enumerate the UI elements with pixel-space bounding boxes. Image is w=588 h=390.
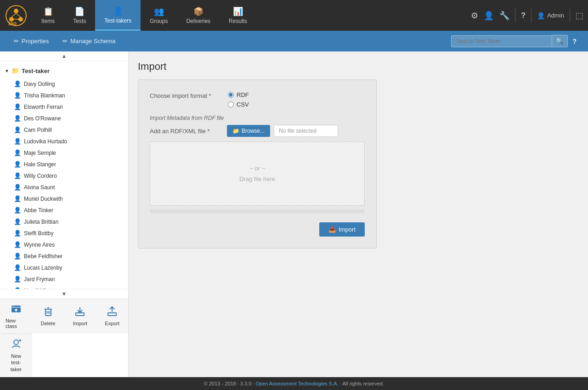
settings-icon[interactable]: ⚙: [471, 11, 478, 21]
delete-button[interactable]: Delete: [32, 299, 64, 333]
format-row: Choose import format * RDF CSV: [150, 91, 365, 108]
drag-area[interactable]: ~ or ~ Drag file here: [150, 141, 365, 206]
rdf-option[interactable]: RDF: [228, 91, 249, 98]
svg-point-1: [14, 9, 18, 13]
nav-divider2: [531, 9, 531, 23]
person-icon: 👤: [14, 264, 21, 271]
sidebar: ▲ ▼ 📁 Test-taker 👤Davy Dolling👤Trisha Bl…: [0, 51, 129, 377]
list-item[interactable]: 👤Julieta Brittian: [0, 216, 128, 227]
csv-option[interactable]: CSV: [228, 101, 249, 108]
tools-icon[interactable]: 🔧: [499, 11, 509, 21]
person-icon: 👤: [14, 230, 21, 237]
import-icon: [75, 306, 85, 319]
list-item[interactable]: 👤Wynne Aires: [0, 239, 128, 250]
file-label: Add an RDF/XML file *: [150, 128, 223, 135]
list-item[interactable]: 👤Hale Stanger: [0, 158, 128, 170]
main-layout: ▲ ▼ 📁 Test-taker 👤Davy Dolling👤Trisha Bl…: [0, 51, 588, 377]
list-item[interactable]: 👤Lucais Lazenby: [0, 262, 128, 273]
person-icon: 👤: [14, 207, 21, 214]
new-class-button[interactable]: New class: [0, 299, 32, 333]
list-item[interactable]: 👤Jard Fryman: [0, 273, 128, 285]
new-test-taker-icon: [11, 339, 21, 351]
person-icon: 👤: [14, 115, 21, 122]
export-button[interactable]: Export: [96, 299, 128, 333]
import-button[interactable]: Import: [64, 299, 96, 333]
pencil-icon-schema: ✏: [62, 38, 68, 45]
nav-item-items[interactable]: 📋 Items: [32, 0, 64, 31]
browse-button[interactable]: 📁 Browse...: [227, 125, 270, 137]
nav-item-results[interactable]: 📊 Results: [220, 0, 256, 31]
top-nav: tao 📋 Items 📄 Tests 👤 Test-takers 👥 Grou…: [0, 0, 588, 31]
content: Import Choose import format * RDF CSV: [129, 51, 588, 377]
help-secondary-icon[interactable]: ?: [568, 35, 581, 47]
format-label: Choose import format *: [150, 91, 228, 99]
list-item[interactable]: 👤Trisha Blankman: [0, 90, 128, 101]
delete-icon: [43, 306, 53, 319]
export-icon: [107, 306, 117, 319]
person-icon: 👤: [14, 92, 21, 99]
svg-text:tao: tao: [8, 20, 17, 27]
list-item[interactable]: 👤Steffi Bottby: [0, 227, 128, 239]
list-item[interactable]: 👤Bebe Feldfisher: [0, 250, 128, 262]
svg-line-4: [11, 13, 16, 17]
person-icon: 👤: [14, 184, 21, 191]
nav-item-test-takers[interactable]: 👤 Test-takers: [95, 0, 141, 31]
collapse-icon: ▼: [5, 68, 9, 73]
nav-right: ⚙ 👤 🔧 ? 👤 Admin ⬚: [471, 9, 583, 23]
import-action-button[interactable]: 📥 Import: [319, 222, 365, 237]
format-options: RDF CSV: [228, 91, 249, 108]
nav-item-groups[interactable]: 👥 Groups: [141, 0, 177, 31]
user-label[interactable]: 👤 Admin: [537, 12, 564, 19]
progress-bar-container: [150, 209, 365, 213]
browse-icon: 📁: [232, 128, 239, 134]
list-item[interactable]: 👤Cam Polhill: [0, 124, 128, 136]
new-test-taker-button[interactable]: New test-taker: [0, 333, 32, 377]
search-button[interactable]: 🔍: [552, 35, 568, 47]
list-item[interactable]: 👤Elsworth Ferrari: [0, 101, 128, 113]
list-item[interactable]: 👤Maje Semple: [0, 147, 128, 158]
person-icon: 👤: [14, 218, 21, 225]
scroll-up-button[interactable]: ▲: [0, 51, 128, 61]
list-item[interactable]: 👤Davy Dolling: [0, 78, 128, 90]
list-item[interactable]: 👤Abbe Tinker: [0, 204, 128, 216]
person-icon: 👤: [14, 138, 21, 145]
footer: © 2013 - 2018 · 3.3.0 · Open Assessment …: [0, 377, 588, 390]
or-text: ~ or ~: [249, 165, 265, 172]
drag-text: Drag file here: [239, 175, 275, 182]
list-item[interactable]: 👤Alvina Saunt: [0, 181, 128, 193]
logout-icon[interactable]: ⬚: [576, 11, 583, 21]
person-icon: 👤: [14, 80, 21, 87]
list-item[interactable]: 👤Des O'Rowane: [0, 113, 128, 124]
nav-divider3: [570, 9, 570, 23]
page-title: Import: [138, 61, 579, 73]
sidebar-buttons: New class Delete Import Export: [0, 299, 128, 333]
person-icon: 👤: [14, 172, 21, 179]
help-icon[interactable]: ?: [521, 11, 526, 20]
svg-rect-19: [108, 313, 116, 316]
nav-divider: [515, 9, 515, 23]
nav-item-deliveries[interactable]: 📦 Deliveries: [177, 0, 220, 31]
users-icon[interactable]: 👤: [484, 11, 494, 21]
footer-link[interactable]: Open Assessment Technologies S.A.: [255, 381, 339, 386]
person-icon: 👤: [14, 161, 21, 168]
person-icon: 👤: [14, 253, 21, 260]
person-icon: 👤: [14, 276, 21, 283]
list-item[interactable]: 👤Ludovika Hurtado: [0, 136, 128, 147]
logo[interactable]: tao: [5, 4, 28, 27]
search-input[interactable]: [451, 35, 552, 47]
nav-item-tests[interactable]: 📄 Tests: [64, 0, 95, 31]
list-item[interactable]: 👤Muriel Duckwith: [0, 193, 128, 204]
list-item[interactable]: 👤Hamil Lillecrap: [0, 285, 128, 289]
rdf-radio[interactable]: [228, 92, 234, 98]
list-item[interactable]: 👤Willy Cordero: [0, 170, 128, 181]
svg-line-5: [16, 13, 21, 17]
new-class-icon: [11, 304, 21, 316]
tree-root[interactable]: ▼ 📁 Test-taker: [0, 63, 128, 78]
sidebar-items: 👤Davy Dolling👤Trisha Blankman👤Elsworth F…: [0, 78, 128, 289]
pencil-icon-properties: ✏: [14, 38, 19, 45]
sidebar-tree: ▼ 📁 Test-taker 👤Davy Dolling👤Trisha Blan…: [0, 61, 128, 289]
csv-radio[interactable]: [228, 102, 234, 107]
tab-properties[interactable]: ✏ Properties: [7, 31, 56, 51]
tab-manage-schema[interactable]: ✏ Manage Schema: [56, 31, 122, 51]
scroll-down-button[interactable]: ▼: [0, 289, 128, 299]
